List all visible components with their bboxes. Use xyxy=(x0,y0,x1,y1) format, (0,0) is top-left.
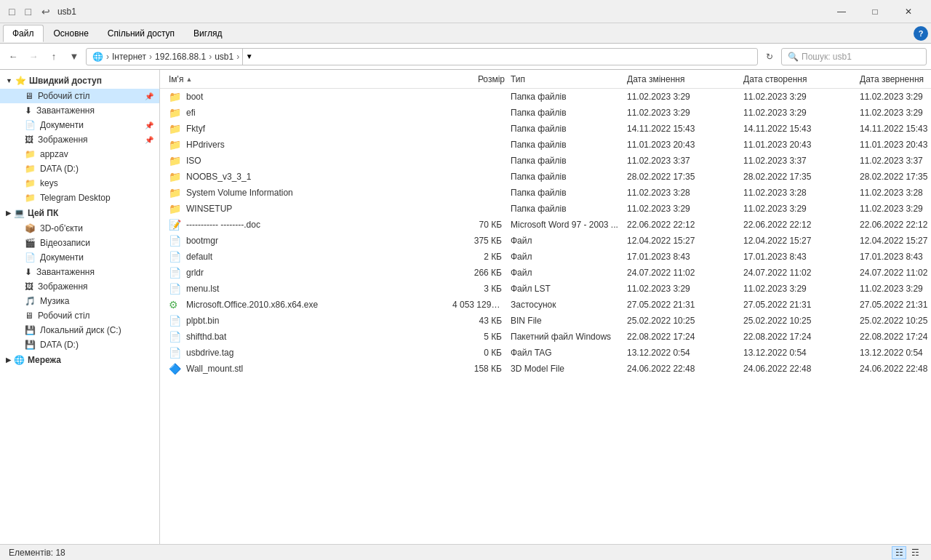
table-row[interactable]: 📁 NOOBS_v3_3_1 Папка файлів 28.02.2022 1… xyxy=(160,169,931,185)
file-accessed-cell: 11.02.2023 3:29 xyxy=(857,204,931,214)
file-name-cell: 📁 WINSETUP xyxy=(166,203,449,215)
recent-locations-button[interactable]: ▼ xyxy=(65,48,83,65)
file-created-cell: 11.02.2023 3:29 xyxy=(740,284,857,294)
sidebar-item-downloads[interactable]: ⬇ Завантаження xyxy=(0,103,159,118)
sidebar-item-desktop[interactable]: 🖥 Робочий стіл 📌 xyxy=(0,89,159,103)
file-type-cell: Microsoft Word 97 - 2003 ... xyxy=(508,220,624,230)
file-name: ----------- --------.doc xyxy=(186,220,260,230)
disk-icon: 💾 xyxy=(25,340,36,350)
col-header-type[interactable]: Тип xyxy=(508,70,624,88)
sidebar-item-images2[interactable]: 🖼 Зображення xyxy=(0,279,159,294)
table-row[interactable]: 📁 ISO Папка файлів 11.02.2023 3:37 11.02… xyxy=(160,153,931,169)
col-header-size[interactable]: Розмір xyxy=(449,70,508,88)
col-header-accessed[interactable]: Дата звернення xyxy=(857,70,931,88)
table-row[interactable]: 📄 shifthd.bat 5 КБ Пакетний файл Windows… xyxy=(160,329,931,345)
table-row[interactable]: 📁 efi Папка файлів 11.02.2023 3:29 11.02… xyxy=(160,105,931,121)
sidebar-item-appzav[interactable]: 📁 appzav xyxy=(0,147,159,161)
refresh-button[interactable]: ↻ xyxy=(761,48,778,65)
details-view-button[interactable]: ☶ xyxy=(908,546,922,559)
sidebar-item-downloads2[interactable]: ⬇ Завантаження xyxy=(0,265,159,279)
sidebar-item-documents[interactable]: 📄 Документи 📌 xyxy=(0,118,159,132)
tab-file[interactable]: Файл xyxy=(3,25,44,42)
sidebar-item-label: Завантаження xyxy=(36,267,95,277)
sidebar-item-label: Telegram Desktop xyxy=(40,193,111,203)
file-icon: 📁 xyxy=(169,107,182,119)
col-header-name[interactable]: Ім'я ▲ xyxy=(166,70,449,88)
path-segment-usb[interactable]: usb1 xyxy=(215,52,233,62)
save-icon: □ xyxy=(22,4,33,19)
file-accessed-cell: 11.01.2023 20:43 xyxy=(857,140,931,150)
file-created-cell: 11.02.2023 3:29 xyxy=(740,108,857,118)
sidebar-item-label: Зображення xyxy=(38,281,88,292)
table-row[interactable]: 📁 WINSETUP Папка файлів 11.02.2023 3:29 … xyxy=(160,201,931,217)
table-row[interactable]: 📁 boot Папка файлів 11.02.2023 3:29 11.0… xyxy=(160,89,931,105)
tab-home[interactable]: Основне xyxy=(45,25,97,41)
table-row[interactable]: 📄 grldr 266 КБ Файл 24.07.2022 11:02 24.… xyxy=(160,265,931,281)
close-button[interactable]: ✕ xyxy=(892,0,925,23)
pin-icon: 📌 xyxy=(145,121,153,129)
sidebar-item-images[interactable]: 🖼 Зображення 📌 xyxy=(0,132,159,147)
table-row[interactable]: 📁 HPdrivers Папка файлів 11.01.2023 20:4… xyxy=(160,137,931,153)
sidebar-item-keys[interactable]: 📁 keys xyxy=(0,176,159,191)
sort-arrow: ▲ xyxy=(185,76,192,83)
back-button[interactable]: ← xyxy=(4,48,22,65)
star-icon: ⭐ xyxy=(15,76,26,86)
maximize-button[interactable]: □ xyxy=(858,0,892,23)
table-row[interactable]: 📄 usbdrive.tag 0 КБ Файл TAG 13.12.2022 … xyxy=(160,345,931,361)
file-name: WINSETUP xyxy=(186,204,232,214)
file-area: Ім'я ▲ Розмір Тип Дата змінення Дата ств… xyxy=(160,70,931,544)
sidebar-item-music[interactable]: 🎵 Музика xyxy=(0,294,159,308)
sidebar-item-data-d[interactable]: 📁 DATA (D:) xyxy=(0,161,159,176)
computer-icon: 💻 xyxy=(14,208,25,218)
file-type-cell: Папка файлів xyxy=(508,156,624,166)
file-name-cell: 📄 bootmgr xyxy=(166,235,449,247)
table-row[interactable]: ⚙ Microsoft.Office.2010.x86.x64.exe 4 05… xyxy=(160,297,931,313)
sidebar-item-disk-c[interactable]: 💾 Локальний диск (C:) xyxy=(0,323,159,337)
list-view-button[interactable]: ☷ xyxy=(892,546,906,559)
sidebar-item-docs2[interactable]: 📄 Документи xyxy=(0,250,159,265)
path-dropdown-arrow[interactable]: ▼ xyxy=(242,48,255,65)
help-button[interactable]: ? xyxy=(914,26,928,41)
folder-icon: 📁 xyxy=(25,178,36,188)
sidebar-item-disk-d[interactable]: 💾 DATA (D:) xyxy=(0,337,159,352)
desktop-icon: 🖥 xyxy=(25,91,33,101)
download-icon: ⬇ xyxy=(25,267,32,277)
address-path[interactable]: 🌐 › Інтернет › 192.168.88.1 › usb1 › ▼ xyxy=(86,48,758,65)
table-row[interactable]: 📄 default 2 КБ Файл 17.01.2023 8:43 17.0… xyxy=(160,249,931,265)
tab-view[interactable]: Вигляд xyxy=(185,25,231,41)
table-row[interactable]: 🔷 Wall_mount.stl 158 КБ 3D Model File 24… xyxy=(160,361,931,377)
search-box[interactable]: 🔍 Пошук: usb1 xyxy=(781,48,927,65)
file-size-cell: 3 КБ xyxy=(449,284,508,294)
col-header-created[interactable]: Дата створення xyxy=(740,70,857,88)
file-created-cell: 22.06.2022 22:12 xyxy=(740,220,857,230)
file-accessed-cell: 27.05.2022 21:31 xyxy=(857,300,931,310)
up-button[interactable]: ↑ xyxy=(45,48,63,65)
sidebar-item-telegram[interactable]: 📁 Telegram Desktop xyxy=(0,191,159,205)
pin-icon: 📌 xyxy=(145,92,153,100)
sidebar-item-desktop2[interactable]: 🖥 Робочий стіл xyxy=(0,308,159,323)
sidebar-item-video[interactable]: 🎬 Відеозаписи xyxy=(0,236,159,250)
file-type-cell: Файл LST xyxy=(508,284,624,294)
file-type-cell: BIN File xyxy=(508,316,624,326)
path-segment-ip[interactable]: 192.168.88.1 xyxy=(155,52,206,62)
path-segment-0[interactable]: 🌐 xyxy=(92,52,103,62)
col-header-modified[interactable]: Дата змінення xyxy=(624,70,740,88)
table-row[interactable]: 📄 menu.lst 3 КБ Файл LST 11.02.2023 3:29… xyxy=(160,281,931,297)
sidebar-section-thispc[interactable]: ▶ 💻 Цей ПК xyxy=(0,205,159,221)
table-row[interactable]: 📄 plpbt.bin 43 КБ BIN File 25.02.2022 10… xyxy=(160,313,931,329)
file-name: Fktyf xyxy=(186,124,205,134)
sidebar-section-network[interactable]: ▶ 🌐 Мережа xyxy=(0,352,159,368)
file-accessed-cell: 25.02.2022 10:25 xyxy=(857,316,931,326)
sidebar-item-3d[interactable]: 📦 3D-об'єкти xyxy=(0,221,159,236)
tab-share[interactable]: Спільний доступ xyxy=(99,25,183,41)
file-icon: 📁 xyxy=(169,203,182,215)
table-row[interactable]: 📄 bootmgr 375 КБ Файл 12.04.2022 15:27 1… xyxy=(160,233,931,249)
file-created-cell: 24.07.2022 11:02 xyxy=(740,268,857,278)
minimize-button[interactable]: — xyxy=(825,0,858,23)
sidebar-section-quickaccess[interactable]: ▼ ⭐ Швидкий доступ xyxy=(0,73,159,89)
table-row[interactable]: 📝 ----------- --------.doc 70 КБ Microso… xyxy=(160,217,931,233)
table-row[interactable]: 📁 System Volume Information Папка файлів… xyxy=(160,185,931,201)
table-row[interactable]: 📁 Fktyf Папка файлів 14.11.2022 15:43 14… xyxy=(160,121,931,137)
path-segment-internet[interactable]: Інтернет xyxy=(112,52,146,62)
forward-button[interactable]: → xyxy=(25,48,42,65)
